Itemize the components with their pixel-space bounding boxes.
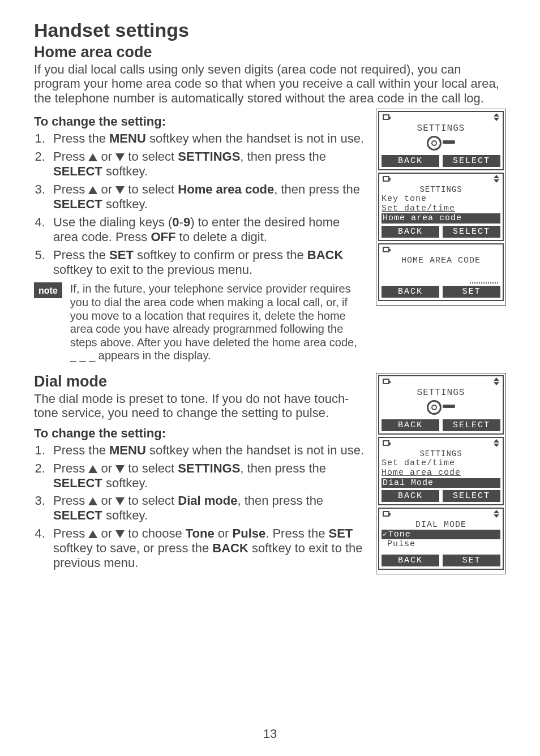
intro-home-area-code: If you dial local calls using only seven… [34,62,506,105]
softkey-select: SELECT [443,490,500,502]
battery-icon [383,511,389,517]
lcd-menu-row-highlighted: ✓Tone [382,530,500,539]
softkey-back: BACK [382,490,439,502]
down-arrow-icon [115,186,125,194]
note-block: note If, in the future, your telephone s… [34,282,365,363]
step: Press or to select Home area code, then … [49,182,365,212]
subheading-change-setting-2: To change the setting: [34,426,365,441]
scroll-arrows-icon [494,510,499,518]
lcd-stack-home-area-code: SETTINGS BACKSELECT SETTINGS Key tone Se… [376,109,506,306]
section-heading-home-area-code: Home area code [34,44,506,61]
lcd-menu-row: Pulse [382,539,500,549]
lcd-title: DIAL MODE [382,520,500,530]
battery-icon [383,176,389,182]
lcd-menu-row: Set date/time [382,458,500,468]
step: Press or to select SETTINGS, then press … [49,149,365,179]
lcd-title: SETTINGS [382,388,500,398]
lcd-menu-row-highlighted: Home area code [382,213,500,223]
settings-gear-icon [427,135,455,152]
step: Press or to select SETTINGS, then press … [49,461,365,491]
lcd-title: HOME AREA CODE [382,256,500,265]
step: Press the MENU softkey when the handset … [49,443,365,458]
up-arrow-icon [88,153,97,161]
lcd-settings-main: SETTINGS BACKSELECT [378,111,504,170]
up-arrow-icon [88,465,97,473]
lcd-title: SETTINGS [382,449,500,458]
check-icon: ✓ [383,530,388,539]
scroll-arrows-icon [494,377,499,385]
scroll-arrows-icon [494,175,499,183]
lcd-stack-dial-mode: SETTINGS BACKSELECT SETTINGS Set date/ti… [376,373,506,574]
battery-icon [383,440,389,446]
scroll-arrows-icon [494,113,499,121]
lcd-menu-row: Key tone [382,194,500,204]
up-arrow-icon [88,186,97,194]
lcd-settings-list: SETTINGS Key tone Set date/time Home are… [378,173,504,241]
step: Press or to select Dial mode, then press… [49,493,365,523]
lcd-menu-row-highlighted: Dial Mode [382,478,500,488]
intro-dial-mode: The dial mode is preset to tone. If you … [34,392,365,420]
lcd-dial-mode-entry: DIAL MODE ✓Tone Pulse BACKSET [378,508,504,570]
step: Press the SET softkey to confirm or pres… [49,248,365,277]
softkey-back: BACK [382,419,439,431]
down-arrow-icon [115,465,125,473]
lcd-title: SETTINGS [382,185,500,194]
subheading-change-setting-1: To change the setting: [34,114,365,129]
section-heading-dial-mode: Dial mode [34,373,365,390]
step: Press the MENU softkey when the handset … [49,131,365,146]
steps-list-2: Press the MENU softkey when the handset … [34,443,365,571]
steps-list-1: Press the MENU softkey when the handset … [34,131,365,277]
softkey-select: SELECT [443,155,500,167]
scroll-arrows-icon [494,439,499,447]
softkey-back: BACK [382,555,439,566]
down-arrow-icon [115,530,125,538]
lcd-menu-row: Set date/time [382,204,500,213]
note-text: If, in the future, your telephone servic… [70,282,365,363]
battery-icon [383,247,389,252]
settings-gear-icon [427,399,455,416]
lcd-title: SETTINGS [382,123,500,134]
lcd-home-area-code-entry: HOME AREA CODE BACKSET [378,243,504,301]
note-badge: note [34,282,62,298]
softkey-select: SELECT [443,226,500,238]
page-title: Handset settings [34,19,506,41]
softkey-back: BACK [382,155,439,167]
softkey-back: BACK [382,286,439,298]
step: Press or to choose Tone or Pulse. Press … [49,526,365,570]
lcd-input-line [470,276,498,284]
softkey-set: SET [443,286,500,298]
battery-icon [383,114,389,120]
softkey-select: SELECT [443,419,500,431]
battery-icon [383,379,389,384]
softkey-back: BACK [382,226,439,238]
down-arrow-icon [115,153,125,161]
lcd-menu-row: Home area code [382,468,500,478]
lcd-settings-list: SETTINGS Set date/time Home area code Di… [378,437,504,505]
up-arrow-icon [88,530,97,538]
down-arrow-icon [115,497,125,505]
softkey-set: SET [443,555,500,566]
page-number: 13 [0,727,540,741]
step: Use the dialing keys (0-9) to enter the … [49,215,365,244]
lcd-settings-main: SETTINGS BACKSELECT [378,375,504,435]
up-arrow-icon [88,497,97,505]
